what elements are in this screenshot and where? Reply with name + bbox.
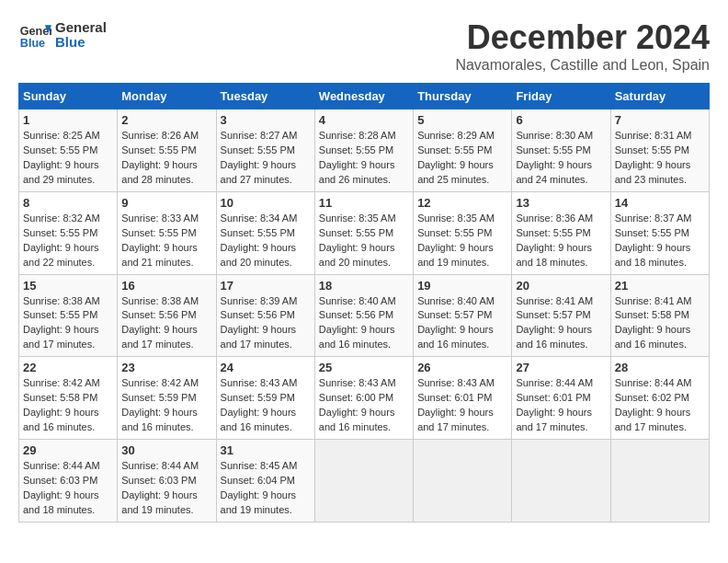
day-number: 30 <box>121 443 211 457</box>
calendar-week-4: 22Sunrise: 8:42 AMSunset: 5:58 PMDayligh… <box>19 357 710 440</box>
day-info: Sunrise: 8:44 AMSunset: 6:01 PMDaylight:… <box>516 376 606 435</box>
day-number: 10 <box>221 196 311 210</box>
day-number: 6 <box>516 113 606 127</box>
day-number: 21 <box>615 279 705 293</box>
calendar-cell: 31Sunrise: 8:45 AMSunset: 6:04 PMDayligh… <box>216 440 314 523</box>
calendar-cell: 4Sunrise: 8:28 AMSunset: 5:55 PMDaylight… <box>314 109 413 192</box>
weekday-sunday: Sunday <box>19 84 118 109</box>
day-number: 14 <box>615 196 705 210</box>
calendar-cell: 24Sunrise: 8:43 AMSunset: 5:59 PMDayligh… <box>216 357 314 440</box>
day-info: Sunrise: 8:43 AMSunset: 5:59 PMDaylight:… <box>221 376 311 435</box>
day-info: Sunrise: 8:38 AMSunset: 5:56 PMDaylight:… <box>121 294 211 353</box>
day-info: Sunrise: 8:43 AMSunset: 6:00 PMDaylight:… <box>319 376 409 435</box>
svg-text:Blue: Blue <box>20 37 45 50</box>
calendar-cell: 9Sunrise: 8:33 AMSunset: 5:55 PMDaylight… <box>118 191 216 274</box>
day-info: Sunrise: 8:39 AMSunset: 5:56 PMDaylight:… <box>221 294 311 353</box>
day-number: 4 <box>319 113 409 127</box>
day-number: 15 <box>23 279 113 293</box>
calendar-week-3: 15Sunrise: 8:38 AMSunset: 5:55 PMDayligh… <box>19 274 710 357</box>
logo-blue-text: Blue <box>55 35 107 51</box>
day-info: Sunrise: 8:38 AMSunset: 5:55 PMDaylight:… <box>23 294 113 353</box>
day-number: 9 <box>121 196 211 210</box>
calendar-week-5: 29Sunrise: 8:44 AMSunset: 6:03 PMDayligh… <box>19 440 710 523</box>
title-block: December 2024 Navamorales, Castille and … <box>455 18 710 74</box>
day-info: Sunrise: 8:35 AMSunset: 5:55 PMDaylight:… <box>417 212 507 270</box>
day-info: Sunrise: 8:44 AMSunset: 6:02 PMDaylight:… <box>615 376 705 435</box>
day-info: Sunrise: 8:45 AMSunset: 6:04 PMDaylight:… <box>221 459 311 518</box>
day-number: 20 <box>516 279 606 293</box>
calendar-cell: 3Sunrise: 8:27 AMSunset: 5:55 PMDaylight… <box>216 109 314 192</box>
weekday-saturday: Saturday <box>610 84 709 109</box>
calendar-cell: 5Sunrise: 8:29 AMSunset: 5:55 PMDaylight… <box>414 109 512 192</box>
calendar-cell <box>610 440 709 523</box>
month-title: December 2024 <box>455 18 710 57</box>
weekday-header-row: SundayMondayTuesdayWednesdayThursdayFrid… <box>19 84 710 109</box>
calendar-week-2: 8Sunrise: 8:32 AMSunset: 5:55 PMDaylight… <box>19 191 710 274</box>
calendar-cell: 21Sunrise: 8:41 AMSunset: 5:58 PMDayligh… <box>610 274 709 357</box>
day-number: 8 <box>23 196 113 210</box>
day-info: Sunrise: 8:34 AMSunset: 5:55 PMDaylight:… <box>221 212 311 270</box>
calendar-cell: 2Sunrise: 8:26 AMSunset: 5:55 PMDaylight… <box>118 109 216 192</box>
day-info: Sunrise: 8:43 AMSunset: 6:01 PMDaylight:… <box>417 376 507 435</box>
day-number: 5 <box>417 113 507 127</box>
day-info: Sunrise: 8:33 AMSunset: 5:55 PMDaylight:… <box>121 212 211 270</box>
day-info: Sunrise: 8:37 AMSunset: 5:55 PMDaylight:… <box>615 212 705 270</box>
calendar-week-1: 1Sunrise: 8:25 AMSunset: 5:55 PMDaylight… <box>19 109 710 192</box>
weekday-wednesday: Wednesday <box>314 84 413 109</box>
day-info: Sunrise: 8:32 AMSunset: 5:55 PMDaylight:… <box>23 212 113 270</box>
calendar-cell <box>314 440 413 523</box>
calendar-cell: 19Sunrise: 8:40 AMSunset: 5:57 PMDayligh… <box>414 274 512 357</box>
day-info: Sunrise: 8:25 AMSunset: 5:55 PMDaylight:… <box>23 129 113 188</box>
day-info: Sunrise: 8:40 AMSunset: 5:56 PMDaylight:… <box>319 294 409 353</box>
day-info: Sunrise: 8:30 AMSunset: 5:55 PMDaylight:… <box>516 129 606 188</box>
calendar-cell: 8Sunrise: 8:32 AMSunset: 5:55 PMDaylight… <box>19 191 118 274</box>
day-number: 24 <box>221 361 311 374</box>
day-number: 31 <box>221 443 311 457</box>
calendar-cell: 29Sunrise: 8:44 AMSunset: 6:03 PMDayligh… <box>19 440 118 523</box>
calendar-cell <box>512 440 610 523</box>
day-number: 27 <box>516 361 606 374</box>
calendar-cell: 13Sunrise: 8:36 AMSunset: 5:55 PMDayligh… <box>512 191 610 274</box>
day-info: Sunrise: 8:31 AMSunset: 5:55 PMDaylight:… <box>615 129 705 188</box>
day-info: Sunrise: 8:35 AMSunset: 5:55 PMDaylight:… <box>319 212 409 270</box>
calendar-cell: 11Sunrise: 8:35 AMSunset: 5:55 PMDayligh… <box>314 191 413 274</box>
day-info: Sunrise: 8:40 AMSunset: 5:57 PMDaylight:… <box>417 294 507 353</box>
calendar-cell: 20Sunrise: 8:41 AMSunset: 5:57 PMDayligh… <box>512 274 610 357</box>
day-number: 17 <box>221 279 311 293</box>
day-number: 25 <box>319 361 409 374</box>
calendar-cell: 17Sunrise: 8:39 AMSunset: 5:56 PMDayligh… <box>216 274 314 357</box>
calendar-cell: 18Sunrise: 8:40 AMSunset: 5:56 PMDayligh… <box>314 274 413 357</box>
location-title: Navamorales, Castille and Leon, Spain <box>455 57 710 74</box>
day-number: 3 <box>221 113 311 127</box>
calendar-table: SundayMondayTuesdayWednesdayThursdayFrid… <box>18 83 710 523</box>
calendar-cell: 6Sunrise: 8:30 AMSunset: 5:55 PMDaylight… <box>512 109 610 192</box>
calendar-cell: 26Sunrise: 8:43 AMSunset: 6:01 PMDayligh… <box>414 357 512 440</box>
day-info: Sunrise: 8:36 AMSunset: 5:55 PMDaylight:… <box>516 212 606 270</box>
calendar-cell: 15Sunrise: 8:38 AMSunset: 5:55 PMDayligh… <box>19 274 118 357</box>
calendar-cell: 30Sunrise: 8:44 AMSunset: 6:03 PMDayligh… <box>118 440 216 523</box>
page-header: General Blue General Blue December 2024 … <box>18 18 710 74</box>
day-info: Sunrise: 8:42 AMSunset: 5:58 PMDaylight:… <box>23 376 113 435</box>
day-number: 1 <box>23 113 113 127</box>
day-number: 26 <box>417 361 507 374</box>
day-number: 19 <box>417 279 507 293</box>
day-number: 7 <box>615 113 705 127</box>
calendar-cell: 27Sunrise: 8:44 AMSunset: 6:01 PMDayligh… <box>512 357 610 440</box>
calendar-cell: 1Sunrise: 8:25 AMSunset: 5:55 PMDaylight… <box>19 109 118 192</box>
day-info: Sunrise: 8:41 AMSunset: 5:57 PMDaylight:… <box>516 294 606 353</box>
day-number: 18 <box>319 279 409 293</box>
day-number: 11 <box>319 196 409 210</box>
calendar-cell: 16Sunrise: 8:38 AMSunset: 5:56 PMDayligh… <box>118 274 216 357</box>
calendar-body: 1Sunrise: 8:25 AMSunset: 5:55 PMDaylight… <box>19 109 710 523</box>
calendar-cell: 12Sunrise: 8:35 AMSunset: 5:55 PMDayligh… <box>414 191 512 274</box>
day-number: 13 <box>516 196 606 210</box>
logo-icon: General Blue <box>18 18 51 52</box>
calendar-cell: 28Sunrise: 8:44 AMSunset: 6:02 PMDayligh… <box>610 357 709 440</box>
day-info: Sunrise: 8:29 AMSunset: 5:55 PMDaylight:… <box>417 129 507 188</box>
day-number: 16 <box>121 279 211 293</box>
calendar-cell: 25Sunrise: 8:43 AMSunset: 6:00 PMDayligh… <box>314 357 413 440</box>
day-info: Sunrise: 8:44 AMSunset: 6:03 PMDaylight:… <box>23 459 113 518</box>
day-number: 22 <box>23 361 113 374</box>
weekday-monday: Monday <box>118 84 216 109</box>
day-info: Sunrise: 8:27 AMSunset: 5:55 PMDaylight:… <box>221 129 311 188</box>
